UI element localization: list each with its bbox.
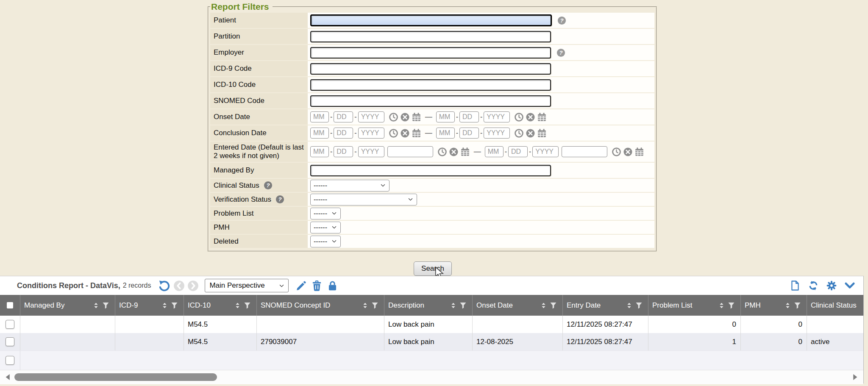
managed-by-input[interactable]: [310, 165, 551, 176]
sort-icon[interactable]: [540, 302, 547, 309]
settings-gear-icon[interactable]: [826, 280, 837, 291]
clear-icon[interactable]: [400, 128, 410, 138]
entered-date-end-month-input[interactable]: [485, 146, 504, 157]
horizontal-scrollbar[interactable]: [0, 370, 863, 384]
onset-date-start-day-input[interactable]: [334, 111, 353, 122]
clock-icon[interactable]: [612, 147, 621, 157]
next-icon[interactable]: [187, 280, 199, 292]
filter-funnel-icon[interactable]: [102, 301, 110, 309]
column-header-snomed[interactable]: SNOMED Concept ID: [256, 295, 384, 316]
entered-date-end-year-input[interactable]: [532, 146, 559, 157]
select-all-column-header[interactable]: [0, 295, 20, 316]
lock-icon[interactable]: [327, 280, 338, 292]
filter-funnel-icon[interactable]: [243, 301, 251, 309]
sort-icon[interactable]: [784, 302, 791, 309]
previous-icon[interactable]: [173, 280, 185, 292]
clinical-status-select[interactable]: ------: [310, 180, 389, 192]
sort-icon[interactable]: [161, 302, 168, 309]
filter-funnel-icon[interactable]: [371, 301, 379, 309]
filter-funnel-icon[interactable]: [549, 301, 557, 309]
edit-pencil-icon[interactable]: [295, 280, 307, 292]
clear-icon[interactable]: [526, 112, 535, 122]
help-icon[interactable]: ?: [557, 16, 567, 25]
sort-icon[interactable]: [450, 302, 457, 309]
clear-icon[interactable]: [400, 112, 410, 122]
conclusion-date-start-day-input[interactable]: [334, 128, 353, 139]
verification-status-select[interactable]: ------: [310, 194, 417, 205]
conclusion-date-start-year-input[interactable]: [358, 128, 384, 139]
column-header-problem_list[interactable]: Problem List: [648, 295, 740, 316]
filter-funnel-icon[interactable]: [793, 301, 801, 309]
entered-date-start-month-input[interactable]: [310, 146, 329, 157]
clear-icon[interactable]: [449, 147, 459, 157]
calendar-icon[interactable]: [537, 112, 547, 122]
column-header-onset_date[interactable]: Onset Date: [472, 295, 562, 316]
onset-date-start-year-input[interactable]: [358, 111, 384, 122]
patient-input[interactable]: [310, 14, 552, 26]
entered-date-start-time-input[interactable]: [387, 146, 433, 157]
icd10-code-input[interactable]: [310, 79, 551, 91]
conclusion-date-end-year-input[interactable]: [484, 128, 510, 139]
conclusion-date-end-day-input[interactable]: [459, 128, 479, 139]
row-checkbox[interactable]: [6, 356, 14, 365]
column-header-clinical_status[interactable]: Clinical Status: [807, 295, 863, 316]
partition-input[interactable]: [310, 31, 551, 42]
perspective-select[interactable]: Main Perspective: [205, 279, 289, 292]
sort-icon[interactable]: [626, 302, 633, 309]
help-icon[interactable]: ?: [263, 181, 273, 190]
filter-funnel-icon[interactable]: [727, 301, 735, 309]
calendar-icon[interactable]: [537, 128, 547, 138]
onset-date-end-month-input[interactable]: [436, 111, 455, 122]
row-checkbox[interactable]: [6, 320, 14, 329]
entered-date-end-day-input[interactable]: [508, 146, 528, 157]
deleted-select[interactable]: ------: [310, 236, 341, 247]
column-header-managed_by[interactable]: Managed By: [20, 295, 115, 316]
column-header-pmh[interactable]: PMH: [740, 295, 807, 316]
column-header-description[interactable]: Description: [384, 295, 472, 316]
filter-funnel-icon[interactable]: [459, 301, 467, 309]
problem-list-select[interactable]: ------: [310, 208, 341, 219]
search-button[interactable]: Search: [414, 261, 452, 276]
clock-icon[interactable]: [514, 128, 524, 138]
scroll-left-arrow-icon[interactable]: [4, 373, 12, 381]
conclusion-date-end-month-input[interactable]: [436, 128, 455, 139]
column-header-icd9[interactable]: ICD-9: [115, 295, 184, 316]
snomed-code-input[interactable]: [310, 95, 551, 107]
column-header-icd10[interactable]: ICD-10: [184, 295, 256, 316]
sort-icon[interactable]: [92, 302, 100, 309]
row-checkbox[interactable]: [6, 337, 14, 346]
new-document-icon[interactable]: [790, 280, 801, 291]
clear-icon[interactable]: [526, 128, 535, 138]
filter-funnel-icon[interactable]: [635, 301, 643, 309]
onset-date-end-year-input[interactable]: [484, 111, 510, 122]
onset-date-end-day-input[interactable]: [459, 111, 479, 122]
conclusion-date-start-month-input[interactable]: [310, 128, 329, 139]
employer-input[interactable]: [310, 47, 551, 58]
scroll-right-arrow-icon[interactable]: [851, 373, 859, 381]
clear-icon[interactable]: [623, 147, 633, 157]
pmh-select[interactable]: ------: [310, 222, 341, 233]
clock-icon[interactable]: [514, 112, 524, 122]
calendar-icon[interactable]: [412, 112, 421, 122]
undo-icon[interactable]: [159, 280, 170, 292]
delete-trash-icon[interactable]: [311, 280, 323, 292]
sort-icon[interactable]: [362, 302, 369, 309]
clock-icon[interactable]: [437, 147, 447, 157]
collapse-chevron-icon[interactable]: [844, 280, 855, 291]
column-header-entry_date[interactable]: Entry Date: [562, 295, 648, 316]
calendar-icon[interactable]: [412, 128, 421, 138]
scrollbar-thumb[interactable]: [14, 373, 217, 381]
refresh-icon[interactable]: [808, 280, 819, 291]
select-all-checkbox[interactable]: [7, 302, 13, 308]
sort-icon[interactable]: [234, 302, 241, 309]
entered-date-end-time-input[interactable]: [562, 146, 607, 157]
clock-icon[interactable]: [389, 112, 398, 122]
calendar-icon[interactable]: [634, 147, 644, 157]
sort-icon[interactable]: [718, 302, 725, 309]
entered-date-start-year-input[interactable]: [358, 146, 384, 157]
clock-icon[interactable]: [389, 128, 398, 138]
help-icon[interactable]: ?: [556, 48, 566, 58]
help-icon[interactable]: ?: [275, 194, 285, 204]
onset-date-start-month-input[interactable]: [310, 111, 329, 122]
entered-date-start-day-input[interactable]: [334, 146, 353, 157]
